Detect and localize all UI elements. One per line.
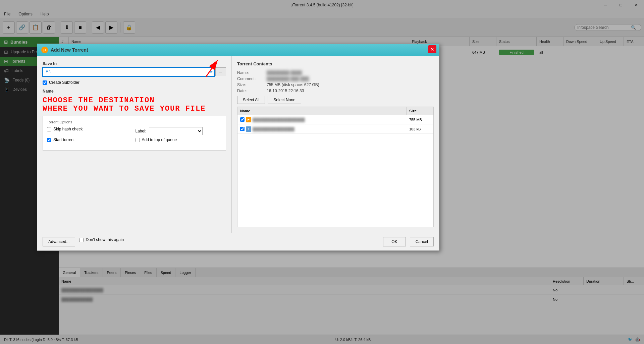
contents-table: Name Size ▶ ████████████████████ 755 MB [237, 107, 434, 227]
select-none-button[interactable]: Select None [268, 96, 301, 104]
dialog-right-panel: Torrent Contents Name: ████████ ████ Com… [232, 56, 439, 233]
select-buttons: Select All Select None [237, 96, 434, 104]
save-in-dropdown[interactable]: E:\ [43, 67, 214, 76]
file-checkbox-1[interactable] [240, 117, 245, 122]
info-name-value: ████████ ████ [267, 70, 302, 75]
file-name-1: ████████████████████ [253, 118, 305, 122]
dialog-close-button[interactable]: ✕ [428, 45, 436, 53]
info-date-row: Date: 16-10-2015 22:16:33 [237, 89, 434, 93]
add-to-top-label[interactable]: Add to top of queue [142, 137, 177, 142]
file-size-1: 755 MB [407, 115, 433, 124]
add-to-top-checkbox[interactable] [136, 138, 140, 142]
list-item: ▶ ████████████████████ 755 MB [237, 115, 433, 124]
torrent-options-title: Torrent Options [47, 120, 222, 124]
subtitle-file-icon: T [246, 126, 251, 132]
advanced-button[interactable]: Advanced... [43, 237, 75, 246]
info-date-key: Date: [237, 89, 264, 93]
label-row: Label: [136, 127, 222, 135]
torrent-options-box: Torrent Options Skip hash check Label: [43, 116, 226, 151]
skip-hash-label[interactable]: Skip hash check [53, 127, 83, 131]
file-checkbox-2[interactable] [240, 127, 245, 131]
file-name-2: ████████████████ [253, 127, 294, 131]
red-arrow-icon [193, 57, 223, 80]
cancel-button[interactable]: Cancel [410, 237, 434, 246]
options-grid: Skip hash check Label: Start torrent [47, 127, 222, 146]
contents-col-name: Name [237, 107, 407, 115]
select-all-button[interactable]: Select All [237, 96, 265, 104]
annotation-line2: WHERE YOU WANT TO SAVE YOUR FILE [43, 105, 226, 113]
info-name-row: Name: ████████ ████ [237, 70, 434, 75]
info-size-row: Size: 755 MB (disk space: 627 GB) [237, 82, 434, 87]
info-size-key: Size: [237, 82, 264, 87]
dialog-app-icon: μ [41, 47, 48, 53]
label-dropdown[interactable] [149, 127, 203, 135]
dialog-footer: Advanced... Don't show this again OK Can… [37, 233, 439, 250]
annotation-line1: CHOOSE THE DESTINATION [43, 96, 226, 105]
name-field-label: Name [43, 89, 226, 94]
ok-button[interactable]: OK [383, 237, 406, 246]
contents-header: Name Size [237, 107, 433, 115]
skip-hash-row: Skip hash check [47, 127, 133, 131]
create-subfolder-checkbox[interactable] [43, 80, 47, 85]
info-name-key: Name: [237, 70, 264, 75]
dont-show-checkbox[interactable] [79, 238, 84, 242]
label-field-label: Label: [136, 129, 147, 133]
start-torrent-label[interactable]: Start torrent [53, 137, 74, 142]
add-new-torrent-dialog: μ Add New Torrent ✕ Save In E:\ ... [37, 44, 439, 251]
dont-show-row: Don't show this again [79, 237, 124, 242]
dont-show-label[interactable]: Don't show this again [86, 237, 124, 242]
info-comment-key: Comment: [237, 76, 264, 81]
info-comment-row: Comment: ████████ ███ ███ [237, 76, 434, 81]
list-item: T ████████████████ 103 kB [237, 124, 433, 134]
info-date-value: 16-10-2015 22:16:33 [267, 89, 304, 93]
start-torrent-checkbox[interactable] [47, 138, 51, 142]
info-size-value: 755 MB (disk space: 627 GB) [267, 82, 319, 87]
video-file-icon: ▶ [246, 117, 251, 122]
file-size-2: 103 kB [407, 124, 433, 133]
dialog-titlebar: μ Add New Torrent ✕ [37, 44, 439, 56]
create-subfolder-row: Create Subfolder [43, 80, 226, 85]
start-torrent-row: Start torrent [47, 137, 133, 142]
svg-line-1 [206, 60, 218, 77]
contents-col-size: Size [407, 107, 433, 115]
info-comment-value: ████████ ███ ███ [267, 76, 309, 81]
torrent-contents-title: Torrent Contents [237, 61, 434, 66]
create-subfolder-label[interactable]: Create Subfolder [49, 80, 79, 85]
skip-hash-checkbox[interactable] [47, 127, 51, 131]
file-row-1-cell: ▶ ████████████████████ [237, 115, 407, 124]
dialog-body: Save In E:\ ... [37, 56, 439, 233]
dialog-left-panel: Save In E:\ ... [37, 56, 232, 233]
add-to-top-row: Add to top of queue [136, 137, 222, 142]
file-row-2-cell: T ████████████████ [237, 124, 407, 133]
dialog-title: Add New Torrent [51, 47, 88, 53]
